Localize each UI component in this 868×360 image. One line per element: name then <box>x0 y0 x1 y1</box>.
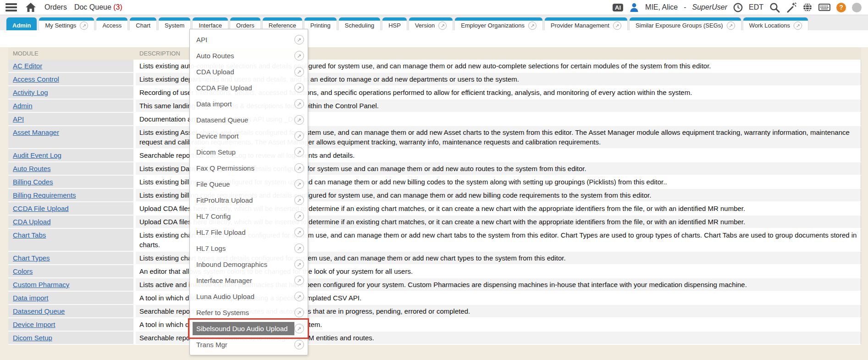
menu-item-hl7-logs[interactable]: HL7 Logs↗ <box>190 240 308 256</box>
module-link-device-import[interactable]: Device Import <box>13 321 55 328</box>
tab-scheduling[interactable]: Scheduling <box>339 17 380 30</box>
tab-employer-organizations[interactable]: Employer Organizations↗ <box>455 17 542 30</box>
ai-badge[interactable]: AI <box>613 4 623 11</box>
module-link-data-import[interactable]: Data import <box>13 294 49 302</box>
module-link-dicom-setup[interactable]: Dicom Setup <box>13 334 52 342</box>
module-link-ac-editor[interactable]: AC Editor <box>13 62 42 70</box>
menu-item-label: File Queue <box>193 177 294 191</box>
user-icon[interactable] <box>629 2 639 12</box>
tab-hsp[interactable]: HSP <box>382 17 407 30</box>
tab-work-locations[interactable]: Work Locations↗ <box>743 17 808 30</box>
module-link-cda-upload[interactable]: CDA Upload <box>13 218 51 226</box>
menu-item-label: Dicom Setup <box>193 145 294 159</box>
home-icon[interactable] <box>25 2 36 12</box>
menu-item-label: Interface Manager <box>193 274 294 287</box>
module-link-activity-log[interactable]: Activity Log <box>13 89 48 96</box>
module-cell: CDA Upload <box>8 216 136 229</box>
module-link-ccda-file-upload[interactable]: CCDA File Upload <box>13 205 69 212</box>
menu-item-label: Sibelsound Duo Audio Upload <box>193 322 294 335</box>
tab-provider-management[interactable]: Provider Management↗ <box>545 17 627 30</box>
breadcrumb-link-doc-queue[interactable]: Doc Queue (3) <box>74 3 122 11</box>
tab-admin[interactable]: Admin <box>6 17 37 30</box>
popup-arrow-icon: ↗ <box>294 340 304 349</box>
menu-item-hl7-file-upload[interactable]: HL7 File Upload↗ <box>190 224 308 240</box>
wand-icon[interactable] <box>786 2 796 13</box>
menu-item-cda-upload[interactable]: CDA Upload↗ <box>190 64 308 80</box>
module-link-auto-routes[interactable]: Auto Routes <box>13 165 51 172</box>
menu-item-refer-to-systems[interactable]: Refer to Systems↗ <box>190 305 308 321</box>
popup-arrow-icon: ↗ <box>294 244 304 253</box>
module-link-admin[interactable]: Admin <box>13 102 33 110</box>
menu-item-data-import[interactable]: Data import↗ <box>190 96 308 112</box>
menu-item-trans-mgr[interactable]: Trans Mgr↗ <box>190 337 308 353</box>
breadcrumb-link-orders[interactable]: Orders <box>44 3 67 11</box>
menu-item-file-queue[interactable]: File Queue↗ <box>190 176 308 192</box>
tab-label: Version <box>415 22 435 29</box>
help-icon[interactable]: ? <box>836 3 846 12</box>
tab-label: Work Locations <box>749 22 790 29</box>
table-row-data-import: Data importA tool in which data can be i… <box>8 292 861 305</box>
popup-arrow-icon: ↗ <box>294 51 304 61</box>
module-link-billing-requirements[interactable]: Billing Requirements <box>13 191 76 199</box>
menu-item-label: Datasend Queue <box>193 113 294 127</box>
popup-arrow-icon: ↗ <box>294 227 304 237</box>
top-bar: OrdersDoc Queue (3) AI MIE, Alice - Supe… <box>0 0 868 15</box>
menu-item-sibelsound-duo-audio-upload[interactable]: Sibelsound Duo Audio Upload↗ <box>190 321 308 337</box>
module-link-chart-tabs[interactable]: Chart Tabs <box>13 231 46 239</box>
menu-item-luna-audio-upload[interactable]: Luna Audio Upload↗ <box>190 288 308 305</box>
clock-icon[interactable] <box>733 3 743 12</box>
tab-chart[interactable]: Chart <box>130 17 156 30</box>
tab-label: Provider Management <box>551 22 609 29</box>
tab-printing[interactable]: Printing <box>304 17 337 30</box>
menu-item-ccda-file-upload[interactable]: CCDA File Upload↗ <box>190 80 308 96</box>
hamburger-menu-icon[interactable] <box>6 3 17 11</box>
module-cell: Device Import <box>8 318 136 332</box>
menu-item-fitproultra-upload[interactable]: FitProUltra Upload↗ <box>190 192 308 208</box>
table-row-api: APIDocumentation and testing for JSON AP… <box>8 113 861 126</box>
tab-reference[interactable]: Reference <box>263 17 302 30</box>
globe-icon[interactable] <box>802 2 813 12</box>
module-link-access-control[interactable]: Access Control <box>13 75 59 83</box>
menu-item-datasend-queue[interactable]: Datasend Queue↗ <box>190 112 308 128</box>
menu-item-dicom-setup[interactable]: Dicom Setup↗ <box>190 144 308 160</box>
menu-item-hl7-config[interactable]: HL7 Config↗ <box>190 208 308 224</box>
menu-item-inbound-demographics[interactable]: Inbound Demographics↗ <box>190 256 308 272</box>
module-link-custom-pharmacy[interactable]: Custom Pharmacy <box>13 281 69 288</box>
module-link-colors[interactable]: Colors <box>13 267 33 275</box>
timezone-label[interactable]: EDT <box>749 3 763 11</box>
keyboard-icon[interactable] <box>818 3 830 12</box>
module-cell: Billing Codes <box>8 176 136 189</box>
module-cell: Auto Routes <box>8 162 136 176</box>
popup-arrow-icon: ↗ <box>294 163 304 173</box>
menu-item-api[interactable]: API↗ <box>190 32 308 48</box>
search-icon[interactable] <box>769 2 780 13</box>
menu-item-device-import[interactable]: Device Import↗ <box>190 128 308 144</box>
module-cell: Admin <box>8 100 136 113</box>
avatar[interactable] <box>852 3 862 12</box>
module-link-chart-types[interactable]: Chart Types <box>13 254 50 262</box>
module-table: MODULE DESCRIPTION AC EditorLists existi… <box>8 47 861 345</box>
user-name[interactable]: MIE, Alice <box>645 3 678 11</box>
menu-item-label: HL7 File Upload <box>193 226 294 239</box>
tab-access[interactable]: Access <box>96 17 127 30</box>
popup-arrow-icon: ↗ <box>294 324 304 333</box>
tab-my-settings[interactable]: My Settings↗ <box>39 17 94 30</box>
module-link-datasend-queue[interactable]: Datasend Queue <box>13 307 65 315</box>
menu-item-label: CCDA File Upload <box>193 81 294 94</box>
menu-item-interface-manager[interactable]: Interface Manager↗ <box>190 272 308 288</box>
popup-arrow-icon: ↗ <box>294 211 304 221</box>
tab-system[interactable]: System <box>159 17 190 30</box>
breadcrumb: OrdersDoc Queue (3) <box>44 3 122 11</box>
tab-label: HSP <box>388 22 401 29</box>
module-link-billing-codes[interactable]: Billing Codes <box>13 178 53 186</box>
module-link-api[interactable]: API <box>13 115 24 123</box>
menu-item-auto-routes[interactable]: Auto Routes↗ <box>190 48 308 64</box>
table-row-asset-manager: Asset ManagerLists existing Asset charts… <box>8 126 861 149</box>
module-link-audit-event-log[interactable]: Audit Event Log <box>13 151 61 159</box>
tab-interface[interactable]: Interface <box>193 17 228 30</box>
tab-version[interactable]: Version↗ <box>409 17 453 30</box>
module-link-asset-manager[interactable]: Asset Manager <box>13 128 59 136</box>
tab-orders[interactable]: Orders <box>230 17 260 30</box>
menu-item-fax-q-permissions[interactable]: Fax Q Permissions↗ <box>190 160 308 176</box>
tab-similar-exposure-groups-segs[interactable]: Similar Exposure Groups (SEGs)↗ <box>630 17 741 30</box>
